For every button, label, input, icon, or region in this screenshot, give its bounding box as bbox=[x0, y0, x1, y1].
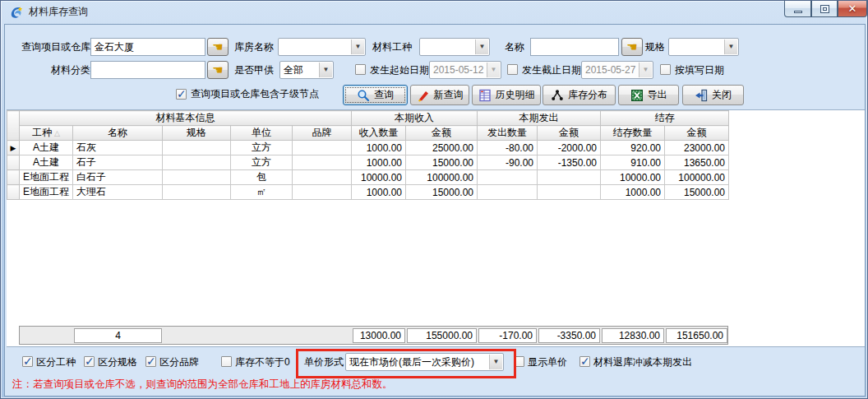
by-brand-checkbox[interactable] bbox=[145, 356, 156, 367]
cell-unit[interactable]: ㎡ bbox=[231, 185, 293, 200]
trade-combo[interactable]: ▼ bbox=[419, 38, 490, 56]
col-header-in-amt[interactable]: 金额 bbox=[406, 126, 478, 141]
name-input[interactable] bbox=[530, 38, 619, 56]
cell-trade[interactable]: A土建 bbox=[20, 155, 73, 170]
cell-spec[interactable] bbox=[163, 141, 231, 155]
project-input[interactable] bbox=[90, 38, 205, 56]
cell-name[interactable]: 石灰 bbox=[73, 141, 163, 155]
return-offset-checkbox[interactable] bbox=[579, 356, 590, 367]
row-selector-cell[interactable] bbox=[7, 185, 20, 200]
row-selector-cell[interactable] bbox=[7, 155, 20, 170]
table-row[interactable]: ▶ A土建 石灰 立方 1000.00 25000.00 -80.00 -200… bbox=[7, 141, 729, 155]
cell-unit[interactable]: 立方 bbox=[231, 141, 293, 155]
category-browse-button[interactable]: ☚ bbox=[207, 61, 229, 79]
show-price-checkbox[interactable] bbox=[514, 356, 524, 367]
cell-name[interactable]: 石子 bbox=[73, 155, 163, 170]
cell-spec[interactable] bbox=[163, 170, 231, 185]
cell-trade[interactable]: A土建 bbox=[20, 141, 73, 155]
col-header-name[interactable]: 名称 bbox=[73, 126, 163, 141]
start-date-picker[interactable]: 2015-05-12 ▼ bbox=[429, 61, 501, 79]
export-button[interactable]: 导出 bbox=[618, 85, 679, 105]
cell-out-qty[interactable] bbox=[478, 185, 538, 200]
cell-bal-qty[interactable]: 1000.00 bbox=[601, 185, 665, 200]
cell-in-amt[interactable]: 25000.00 bbox=[406, 141, 478, 155]
cell-unit[interactable]: 包 bbox=[231, 170, 293, 185]
new-query-button[interactable]: 新查询 bbox=[410, 85, 469, 105]
cell-bal-amt[interactable]: 13650.00 bbox=[665, 155, 729, 170]
col-header-out-qty[interactable]: 发出数量 bbox=[478, 126, 538, 141]
chevron-down-icon[interactable]: ▼ bbox=[351, 39, 364, 54]
cell-in-qty[interactable]: 1000.00 bbox=[352, 155, 406, 170]
include-children-checkbox[interactable] bbox=[176, 89, 187, 100]
cell-out-qty[interactable]: -90.00 bbox=[478, 155, 538, 170]
cell-brand[interactable] bbox=[293, 155, 352, 170]
col-header-out-amt[interactable]: 金额 bbox=[538, 126, 601, 141]
end-date-picker[interactable]: 2015-05-27 ▼ bbox=[581, 61, 653, 79]
close-button[interactable]: ✕ bbox=[838, 1, 867, 17]
price-mode-combo[interactable]: 现在市场价(最后一次采购价) ▼ bbox=[345, 353, 504, 371]
cell-out-qty[interactable] bbox=[478, 170, 538, 185]
category-input[interactable] bbox=[90, 61, 205, 79]
chevron-down-icon[interactable]: ▼ bbox=[724, 39, 737, 54]
query-button[interactable]: 查询 bbox=[343, 85, 408, 105]
col-header-bal-qty[interactable]: 结存数量 bbox=[601, 126, 665, 141]
col-header-in-qty[interactable]: 收入数量 bbox=[352, 126, 406, 141]
chevron-down-icon[interactable]: ▼ bbox=[489, 355, 502, 369]
row-selector-icon[interactable]: ▶ bbox=[7, 141, 20, 155]
cell-brand[interactable] bbox=[293, 185, 352, 200]
cell-unit[interactable]: 立方 bbox=[231, 155, 293, 170]
col-header-trade[interactable]: 工种△ bbox=[20, 126, 73, 141]
row-selector-cell[interactable] bbox=[7, 170, 20, 185]
cell-brand[interactable] bbox=[293, 141, 352, 155]
warehouse-combo[interactable]: ▼ bbox=[278, 38, 366, 56]
col-header-bal-amt[interactable]: 金额 bbox=[665, 126, 729, 141]
fill-date-checkbox[interactable] bbox=[660, 64, 671, 75]
history-detail-button[interactable]: 历史明细 bbox=[472, 85, 541, 105]
cell-bal-qty[interactable]: 10000.00 bbox=[601, 170, 665, 185]
cell-bal-qty[interactable]: 910.00 bbox=[601, 155, 665, 170]
cell-in-amt[interactable]: 15000.00 bbox=[406, 155, 478, 170]
nonzero-stock-checkbox[interactable] bbox=[221, 356, 232, 367]
cell-spec[interactable] bbox=[163, 185, 231, 200]
cell-in-amt[interactable]: 15000.00 bbox=[406, 185, 478, 200]
col-header-brand[interactable]: 品牌 bbox=[293, 126, 352, 141]
minimize-button[interactable] bbox=[784, 1, 811, 17]
table-row[interactable]: A土建 石子 立方 1000.00 15000.00 -90.00 -1350.… bbox=[7, 155, 729, 170]
table-row[interactable]: E地面工程 白石子 包 10000.00 100000.00 10000.00 … bbox=[7, 170, 729, 185]
cell-name[interactable]: 白石子 bbox=[73, 170, 163, 185]
stock-distribution-button[interactable]: 库存分布 bbox=[542, 85, 616, 105]
cell-out-amt[interactable]: -2000.00 bbox=[538, 141, 601, 155]
project-browse-button[interactable]: ☚ bbox=[207, 38, 229, 56]
by-trade-checkbox[interactable] bbox=[22, 356, 33, 367]
cell-out-amt[interactable] bbox=[538, 170, 601, 185]
col-header-unit[interactable]: 单位 bbox=[231, 126, 293, 141]
chevron-down-icon[interactable]: ▼ bbox=[319, 63, 332, 77]
spec-combo[interactable]: ▼ bbox=[668, 38, 739, 56]
chevron-down-icon[interactable]: ▼ bbox=[475, 39, 488, 54]
cell-in-amt[interactable]: 100000.00 bbox=[406, 170, 478, 185]
close-form-button[interactable]: 关闭 bbox=[682, 85, 744, 105]
cell-bal-amt[interactable]: 23000.00 bbox=[665, 141, 729, 155]
table-row[interactable]: E地面工程 大理石 ㎡ 1000.00 15000.00 1000.00 150… bbox=[7, 185, 729, 200]
col-header-spec[interactable]: 规格 bbox=[163, 126, 231, 141]
cell-out-amt[interactable] bbox=[538, 185, 601, 200]
by-spec-checkbox[interactable] bbox=[84, 356, 95, 367]
cell-spec[interactable] bbox=[163, 155, 231, 170]
cell-bal-amt[interactable]: 100000.00 bbox=[665, 170, 729, 185]
cell-trade[interactable]: E地面工程 bbox=[20, 185, 73, 200]
cell-out-amt[interactable]: -1350.00 bbox=[538, 155, 601, 170]
maximize-button[interactable] bbox=[811, 1, 838, 17]
start-date-checkbox[interactable] bbox=[355, 64, 366, 75]
cell-brand[interactable] bbox=[293, 170, 352, 185]
titlebar[interactable]: 材料库存查询 ✕ bbox=[1, 1, 867, 24]
cell-in-qty[interactable]: 1000.00 bbox=[352, 185, 406, 200]
cell-in-qty[interactable]: 1000.00 bbox=[352, 141, 406, 155]
supply-combo[interactable]: 全部 ▼ bbox=[279, 61, 334, 79]
cell-bal-amt[interactable]: 15000.00 bbox=[665, 185, 729, 200]
cell-bal-qty[interactable]: 920.00 bbox=[601, 141, 665, 155]
name-browse-button[interactable]: ☚ bbox=[621, 38, 643, 56]
cell-out-qty[interactable]: -80.00 bbox=[478, 141, 538, 155]
cell-in-qty[interactable]: 10000.00 bbox=[352, 170, 406, 185]
cell-trade[interactable]: E地面工程 bbox=[20, 170, 73, 185]
cell-name[interactable]: 大理石 bbox=[73, 185, 163, 200]
